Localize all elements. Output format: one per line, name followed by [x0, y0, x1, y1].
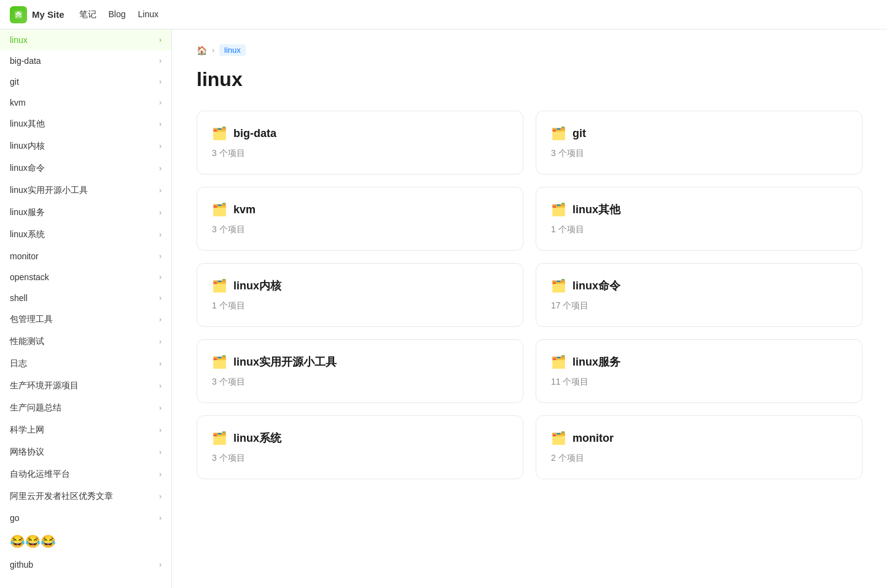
- card-linux-tools[interactable]: 🗂️linux实用开源小工具3 个项目: [197, 339, 523, 403]
- sidebar-item-auto-ops[interactable]: 自动化运维平台›: [0, 463, 171, 485]
- sidebar-item-label: linux系统: [10, 229, 45, 240]
- sidebar-item-big-data[interactable]: big-data›: [0, 50, 171, 71]
- sidebar-item-monitor[interactable]: monitor›: [0, 246, 171, 267]
- chevron-right-icon: ›: [159, 492, 162, 501]
- folder-icon: 🗂️: [212, 355, 227, 369]
- top-nav: My Site 笔记 Blog Linux: [0, 0, 887, 29]
- folder-icon: 🗂️: [212, 278, 227, 293]
- sidebar-item-left: 阿里云开发者社区优秀文章: [10, 491, 113, 502]
- card-title-row: 🗂️linux内核: [212, 278, 508, 293]
- card-linux-cmd[interactable]: 🗂️linux命令17 个项目: [536, 263, 862, 327]
- chevron-right-icon: ›: [159, 359, 162, 368]
- sidebar-item-shell[interactable]: shell›: [0, 288, 171, 308]
- card-big-data[interactable]: 🗂️big-data3 个项目: [197, 111, 523, 174]
- sidebar-item-net-proto[interactable]: 网络协议›: [0, 441, 171, 463]
- sidebar-item-log[interactable]: 日志›: [0, 353, 171, 375]
- folder-icon: 🗂️: [551, 126, 566, 141]
- page-title: linux: [197, 68, 862, 91]
- card-title-text: linux服务: [572, 355, 620, 369]
- sidebar-item-linux-system[interactable]: linux系统›: [0, 224, 171, 246]
- site-logo[interactable]: My Site: [10, 6, 64, 23]
- card-title-row: 🗂️monitor: [551, 431, 847, 445]
- card-title-row: 🗂️big-data: [212, 126, 508, 141]
- card-count: 2 个项目: [551, 453, 847, 464]
- site-name: My Site: [32, 9, 64, 20]
- folder-icon: 🗂️: [212, 431, 227, 445]
- card-linux-kernel[interactable]: 🗂️linux内核1 个项目: [197, 263, 523, 327]
- chevron-right-icon: ›: [159, 337, 162, 346]
- sidebar-item-git[interactable]: git›: [0, 71, 171, 92]
- sidebar-item-left: 网络协议: [10, 447, 44, 458]
- card-title-text: linux实用开源小工具: [233, 355, 337, 369]
- nav-linux[interactable]: Linux: [138, 9, 158, 20]
- sidebar-item-left: linux命令: [10, 163, 45, 174]
- sidebar-item-left: 自动化运维平台: [10, 469, 70, 480]
- sidebar-item-label: 包管理工具: [10, 314, 53, 325]
- sidebar-item-label: kvm: [10, 98, 26, 108]
- chevron-right-icon: ›: [159, 470, 162, 479]
- sidebar-item-label: shell: [10, 293, 28, 303]
- sidebar-item-kvm[interactable]: kvm›: [0, 92, 171, 113]
- sidebar-item-left: linux其他: [10, 119, 45, 130]
- chevron-right-icon: ›: [159, 294, 162, 302]
- sidebar-item-linux-tools[interactable]: linux实用开源小工具›: [0, 179, 171, 202]
- sidebar-item-label: 生产问题总结: [10, 402, 61, 414]
- sidebar-item-left: monitor: [10, 251, 39, 261]
- sidebar-item-left: go: [10, 513, 20, 523]
- card-count: 11 个项目: [551, 377, 847, 388]
- folder-icon: 🗂️: [551, 355, 566, 369]
- nav-notes[interactable]: 笔记: [79, 9, 96, 20]
- folder-icon: 🗂️: [551, 278, 566, 293]
- folder-icon: 🗂️: [551, 431, 566, 445]
- sidebar-item-linux[interactable]: linux›: [0, 29, 171, 50]
- sidebar-item-left: github: [10, 560, 33, 570]
- folder-icon: 🗂️: [212, 126, 227, 141]
- sidebar-item-left: linux内核: [10, 141, 45, 152]
- sidebar-item-label: 阿里云开发者社区优秀文章: [10, 491, 113, 502]
- nav-blog[interactable]: Blog: [109, 9, 126, 20]
- sidebar-item-left: linux系统: [10, 229, 45, 240]
- sidebar-item-github[interactable]: github›: [0, 554, 171, 575]
- sidebar-item-openstack[interactable]: openstack›: [0, 267, 171, 288]
- logo-icon: [10, 6, 27, 23]
- sidebar-item-prod-open[interactable]: 生产环境开源项目›: [0, 375, 171, 397]
- breadcrumb-current[interactable]: linux: [219, 44, 246, 56]
- sidebar-item-perf-test[interactable]: 性能测试›: [0, 331, 171, 353]
- card-title-row: 🗂️linux命令: [551, 278, 847, 293]
- sidebar-item-label: 性能测试: [10, 336, 44, 347]
- chevron-right-icon: ›: [159, 164, 162, 173]
- sidebar-item-linux-service[interactable]: linux服务›: [0, 202, 171, 224]
- sidebar-item-linux-other[interactable]: linux其他›: [0, 113, 171, 135]
- cards-grid: 🗂️big-data3 个项目🗂️git3 个项目🗂️kvm3 个项目🗂️lin…: [197, 111, 862, 479]
- sidebar-item-label: linux其他: [10, 119, 45, 130]
- sidebar-item-label: 自动化运维平台: [10, 469, 70, 480]
- card-monitor[interactable]: 🗂️monitor2 个项目: [536, 415, 862, 479]
- sidebar-item-left: 生产环境开源项目: [10, 380, 79, 391]
- card-kvm[interactable]: 🗂️kvm3 个项目: [197, 187, 523, 251]
- card-linux-system[interactable]: 🗂️linux系统3 个项目: [197, 415, 523, 479]
- breadcrumb: 🏠 › linux: [197, 44, 862, 56]
- folder-icon: 🗂️: [212, 202, 227, 217]
- sidebar-item-prod-issue[interactable]: 生产问题总结›: [0, 397, 171, 419]
- card-linux-other[interactable]: 🗂️linux其他1 个项目: [536, 187, 862, 251]
- breadcrumb-separator: ›: [212, 46, 214, 55]
- sidebar-item-go[interactable]: go›: [0, 508, 171, 528]
- card-count: 3 个项目: [212, 224, 508, 235]
- sidebar-item-aliyun[interactable]: 阿里云开发者社区优秀文章›: [0, 485, 171, 508]
- sidebar-item-linux-cmd[interactable]: linux命令›: [0, 157, 171, 179]
- sidebar-item-label: openstack: [10, 272, 49, 282]
- sidebar-item-pkg-mgmt[interactable]: 包管理工具›: [0, 308, 171, 331]
- sidebar-item-linux-kernel[interactable]: linux内核›: [0, 135, 171, 157]
- sidebar-item-label: linux内核: [10, 141, 45, 152]
- chevron-right-icon: ›: [159, 98, 162, 107]
- sidebar-item-left: 性能测试: [10, 336, 44, 347]
- content-area: 🏠 › linux linux 🗂️big-data3 个项目🗂️git3 个项…: [172, 29, 887, 588]
- breadcrumb-home[interactable]: 🏠: [197, 45, 207, 55]
- sidebar-item-sci-net[interactable]: 科学上网›: [0, 419, 171, 441]
- sidebar-item-label: go: [10, 513, 20, 523]
- card-git[interactable]: 🗂️git3 个项目: [536, 111, 862, 174]
- card-title-row: 🗂️linux其他: [551, 202, 847, 217]
- card-title-text: linux内核: [233, 278, 281, 293]
- card-title-text: kvm: [233, 203, 256, 216]
- card-linux-service[interactable]: 🗂️linux服务11 个项目: [536, 339, 862, 403]
